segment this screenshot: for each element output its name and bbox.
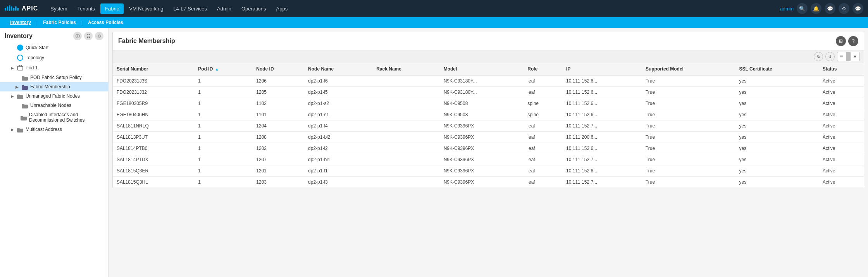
- sidebar-item-topology[interactable]: Topology: [0, 53, 108, 63]
- info-icon: ⓘ: [76, 33, 80, 39]
- search-button[interactable]: 🔍: [797, 3, 808, 14]
- split-separator: [846, 52, 851, 61]
- table-cell-3: dp2-p1-bl2: [304, 132, 372, 143]
- nav-item-operations[interactable]: Operations: [237, 3, 271, 14]
- table-cell-7: 10.111.152.7...: [562, 177, 642, 188]
- table-row[interactable]: SAL1811NRLQ11204dp2-p1-l4N9K-C9396PXleaf…: [113, 120, 864, 132]
- panel-grid-view-button[interactable]: ⊞: [836, 36, 846, 46]
- sidebar-label-pod1: Pod 1: [26, 65, 38, 71]
- panel-help-button[interactable]: ?: [848, 36, 858, 46]
- table-row[interactable]: SAL1814PTDX11207dp2-p1-bl1N9K-C9396PXlea…: [113, 154, 864, 165]
- expand-arrow-pod1: ▶: [11, 66, 15, 70]
- download-button[interactable]: ⇓: [825, 52, 835, 61]
- svg-rect-3: [11, 7, 12, 11]
- sub-nav-fabric-policies[interactable]: Fabric Policies: [39, 18, 80, 27]
- svg-rect-21: [17, 128, 20, 129]
- col-node-id[interactable]: Node ID: [252, 63, 304, 75]
- actions-split-button[interactable]: ☰ ▼: [837, 52, 860, 61]
- notifications-button[interactable]: 🔔: [811, 3, 822, 14]
- col-ip[interactable]: IP: [562, 63, 642, 75]
- table-cell-0: SAL1813P3UT: [113, 132, 194, 143]
- svg-rect-4: [13, 8, 15, 10]
- sidebar-item-multicast[interactable]: ▶ Multicast Address: [0, 125, 108, 134]
- sub-nav-access-policies[interactable]: Access Policies: [84, 18, 127, 27]
- table-cell-4: [372, 75, 439, 87]
- panel-header: Fabric Membership ⊞ ?: [113, 32, 864, 50]
- fabric-membership-table: Serial Number Pod ID ▲ Node ID Node Name: [113, 63, 864, 188]
- col-role[interactable]: Role: [524, 63, 562, 75]
- table-row[interactable]: SAL1815Q3ER11201dp2-p1-l1N9K-C9396PXleaf…: [113, 165, 864, 177]
- table-cell-9: yes: [735, 132, 819, 143]
- sidebar-item-quick-start[interactable]: Quick Start: [0, 43, 108, 53]
- sidebar-item-pod1[interactable]: ▶ Pod 1: [0, 63, 108, 73]
- nav-item-admin[interactable]: Admin: [212, 3, 236, 14]
- folder-icon-pod-fabric: [22, 75, 28, 80]
- table-cell-3: dp2-p1-s2: [304, 98, 372, 109]
- refresh-button[interactable]: ↻: [814, 52, 823, 61]
- table-cell-4: [372, 120, 439, 132]
- sidebar-item-pod-fabric-setup[interactable]: POD Fabric Setup Policy: [0, 73, 108, 82]
- chat-button[interactable]: 💬: [825, 3, 835, 14]
- sidebar-item-unmanaged[interactable]: ▶ Unmanaged Fabric Nodes: [0, 91, 108, 101]
- sidebar-item-disabled[interactable]: Disabled Interfaces and Decommissioned S…: [0, 110, 108, 125]
- table-row[interactable]: FGE180406HN11101dp2-p1-s1N9K-C9508spine1…: [113, 109, 864, 120]
- sidebar-item-unreachable[interactable]: Unreachable Nodes: [0, 101, 108, 110]
- username-label[interactable]: admin: [780, 6, 794, 12]
- nav-item-fabric[interactable]: Fabric: [100, 3, 124, 14]
- table-cell-5: N9K-C9396PX: [440, 120, 524, 132]
- table-cell-7: 10.111.200.6...: [562, 132, 642, 143]
- svg-rect-0: [5, 8, 6, 10]
- table-cell-2: 1205: [252, 87, 304, 98]
- sidebar-tool-settings[interactable]: ⚙: [95, 32, 103, 40]
- nav-item-l4l7[interactable]: L4-L7 Services: [169, 3, 212, 14]
- sub-nav-sep-2: |: [81, 20, 83, 25]
- sidebar-tool-filter[interactable]: ☷: [84, 32, 93, 40]
- svg-rect-5: [15, 7, 17, 11]
- table-row[interactable]: SAL1815Q3HL11203dp2-p1-l3N9K-C9396PXleaf…: [113, 177, 864, 188]
- table-cell-8: True: [642, 109, 735, 120]
- col-supported-model[interactable]: Supported Model: [642, 63, 735, 75]
- refresh-icon: ↻: [817, 54, 820, 59]
- table-row[interactable]: SAL1813P3UT11208dp2-p1-bl2N9K-C9396PXlea…: [113, 132, 864, 143]
- table-cell-4: [372, 87, 439, 98]
- fabric-membership-panel: Fabric Membership ⊞ ? ↻ ⇓: [112, 32, 864, 188]
- folder-icon-multicast: [17, 127, 23, 132]
- col-model[interactable]: Model: [440, 63, 524, 75]
- settings-button[interactable]: ⚙: [839, 3, 849, 14]
- table-cell-2: 1202: [252, 143, 304, 154]
- sub-nav-inventory[interactable]: Inventory: [6, 18, 35, 27]
- sidebar-item-fabric-membership[interactable]: ▶ Fabric Membership: [0, 82, 108, 91]
- sidebar-tools: ⓘ ☷ ⚙: [73, 32, 103, 40]
- bell-icon: 🔔: [813, 6, 819, 12]
- folder-icon-disabled: [21, 115, 27, 120]
- nav-item-vm-networking[interactable]: VM Networking: [124, 3, 168, 14]
- expand-arrow-fabric-membership: ▶: [16, 85, 19, 89]
- col-node-name[interactable]: Node Name: [304, 63, 372, 75]
- table-row[interactable]: FDO20231J3S11206dp2-p1-l6N9K-C93180Y...l…: [113, 75, 864, 87]
- help-icon: 💬: [855, 6, 861, 12]
- col-ssl-cert[interactable]: SSL Certificate: [735, 63, 819, 75]
- sidebar-label-unmanaged: Unmanaged Fabric Nodes: [26, 93, 80, 99]
- col-rack-name[interactable]: Rack Name: [372, 63, 439, 75]
- table-row[interactable]: SAL1814PTB011202dp2-p1-l2N9K-C9396PXleaf…: [113, 143, 864, 154]
- col-pod-id[interactable]: Pod ID ▲: [194, 63, 252, 75]
- actions-icon: ☰: [837, 54, 846, 59]
- table-cell-9: yes: [735, 143, 819, 154]
- col-status-label: Status: [823, 66, 837, 72]
- cisco-logo-icon: [5, 5, 19, 12]
- table-cell-10: Active: [819, 109, 864, 120]
- help-button[interactable]: 💬: [852, 3, 863, 14]
- table-cell-8: True: [642, 120, 735, 132]
- table-cell-7: 10.111.152.7...: [562, 154, 642, 165]
- col-serial-number[interactable]: Serial Number: [113, 63, 194, 75]
- nav-item-system[interactable]: System: [46, 3, 72, 14]
- svg-rect-2: [9, 5, 10, 11]
- sidebar-tool-info[interactable]: ⓘ: [73, 32, 82, 40]
- col-status[interactable]: Status: [819, 63, 864, 75]
- table-row[interactable]: FGE180305R911102dp2-p1-s2N9K-C9508spine1…: [113, 98, 864, 109]
- table-row[interactable]: FDO20231J3211205dp2-p1-l5N9K-C93180Y...l…: [113, 87, 864, 98]
- question-icon: ?: [852, 38, 855, 44]
- nav-item-apps[interactable]: Apps: [272, 3, 293, 14]
- nav-item-tenants[interactable]: Tenants: [73, 3, 100, 14]
- sub-nav-sep-1: |: [36, 20, 38, 25]
